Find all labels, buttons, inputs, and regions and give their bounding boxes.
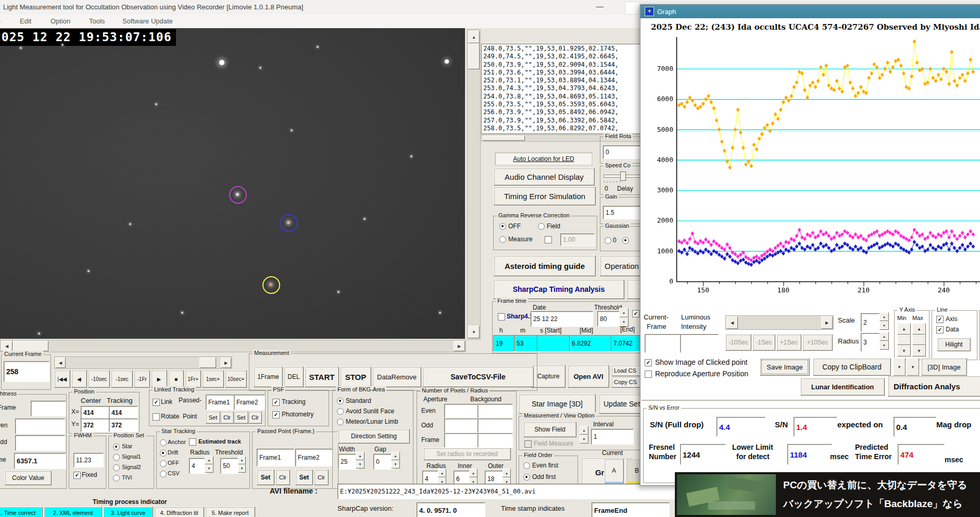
st-threshold-spinner[interactable]: ▲▼	[238, 456, 246, 473]
plus-1sec-button[interactable]: +1Sec	[776, 334, 801, 351]
hscroll-thumb[interactable]	[13, 341, 48, 351]
diffraction-analysis-button[interactable]: Diffraction Analys	[888, 376, 980, 397]
stop-button[interactable]: STOP	[340, 366, 371, 387]
line-axis-checkbox[interactable]	[936, 316, 944, 323]
menu-file[interactable]: File	[0, 17, 1, 25]
frame-scroll-left-icon[interactable]: ◀	[55, 358, 66, 368]
graph-scroll-left-icon[interactable]: ◀	[726, 316, 738, 329]
ymax-up-icon[interactable]: ▲	[912, 323, 926, 335]
playback-plus-10sec-button[interactable]: 10sec+	[225, 370, 247, 388]
lunar-identification-button[interactable]: Lunar Identification	[800, 378, 885, 396]
even-field[interactable]	[15, 418, 65, 434]
minus-1sec-button[interactable]: -1Sec	[752, 334, 775, 351]
y-tracking-field[interactable]: 372	[109, 418, 138, 432]
fwhm-field[interactable]: 11.23	[73, 453, 104, 467]
linked-set2-button[interactable]: Set	[234, 411, 248, 424]
gaussian-on-radio[interactable]	[622, 237, 629, 244]
sharpcap-timing-analysis-button[interactable]: SharpCap Timing Analysis	[493, 279, 624, 299]
del-button[interactable]: DEL	[284, 366, 304, 387]
csv-data-panel[interactable]: 248.0,73.5,"",19,53,01.9295,02.1745,249.…	[481, 44, 648, 134]
hilight-button[interactable]: Hilight	[937, 338, 971, 351]
gamma-off-radio[interactable]	[499, 223, 506, 230]
frame-scroll-right-icon[interactable]: ▶	[221, 358, 231, 368]
playback-plus-1sec-button[interactable]: 1sec+	[202, 370, 224, 388]
posset-star-radio[interactable]	[113, 444, 120, 450]
graph-scrollbar[interactable]: ◀ ▶	[725, 315, 834, 330]
st-radius-spinner[interactable]: ▲▼	[205, 456, 213, 473]
star-image-3d-button[interactable]: Star Image [3D]	[519, 394, 596, 414]
data-remove-button[interactable]: DataRemove	[372, 366, 421, 387]
pp-clr1-button[interactable]: Clr	[275, 470, 290, 485]
pp-clr2-button[interactable]: Clr	[314, 470, 329, 485]
linked-frame2-field[interactable]: Frame2	[234, 395, 265, 410]
even-first-radio[interactable]	[523, 462, 530, 469]
psf-photometry-checkbox[interactable]	[272, 411, 280, 418]
video-frame[interactable]: 2025 12 22 19:53:07:106	[0, 28, 465, 339]
save-to-csv-button[interactable]: SaveToCSV-File	[422, 366, 534, 387]
y-center-field[interactable]: 372	[81, 418, 110, 432]
odd-first-radio[interactable]	[523, 474, 530, 481]
pp-set2-button[interactable]: Set	[295, 470, 313, 485]
bkg-avoid-radio[interactable]	[337, 408, 344, 415]
scroll-down-icon[interactable]: ▼	[468, 326, 480, 338]
step2-button[interactable]: 2. XML element	[44, 507, 102, 517]
menu-option[interactable]: Option	[51, 17, 70, 25]
start-field[interactable]	[537, 335, 571, 352]
pp-set1-button[interactable]: Set	[257, 470, 274, 485]
graph-scroll-right-icon[interactable]: ▶	[821, 316, 833, 329]
audio-channel-display-button[interactable]: Audio Channel Display	[494, 168, 595, 186]
anchor-radio[interactable]	[160, 439, 167, 446]
step1-button[interactable]: 1. Time correct	[0, 507, 43, 517]
fresnel-field[interactable]: 1244	[680, 444, 726, 465]
frame-time-checkbox[interactable]	[632, 310, 639, 317]
bg-frame-field[interactable]	[31, 401, 66, 416]
show-image-checkbox[interactable]	[645, 359, 652, 366]
step3-button[interactable]: 3. Light curve	[103, 507, 153, 517]
fwhm-fixed-checkbox[interactable]	[73, 472, 81, 479]
ymax-track[interactable]	[912, 335, 926, 345]
playback-plus-1frame-button[interactable]: 1Fr+	[185, 370, 201, 388]
ymin-track[interactable]	[897, 335, 911, 345]
playback-minus-1sec-button[interactable]: -1sec	[111, 370, 133, 388]
one-frame-button[interactable]: 1Frame	[254, 366, 283, 387]
estimated-track-checkbox[interactable]	[189, 438, 196, 446]
step5-button[interactable]: 5. Make report	[205, 507, 255, 517]
linked-clr1-button[interactable]: Clr	[220, 411, 234, 424]
x-center-field[interactable]: 414	[81, 406, 110, 420]
mid-field[interactable]: 6.8292	[569, 335, 612, 352]
graph-radius-spinner[interactable]: ▲▼	[880, 332, 889, 350]
copy-to-clipboard-button[interactable]: Copy to ClipBoard	[813, 358, 891, 376]
csv-radio[interactable]	[160, 471, 167, 477]
light-curve-chart[interactable]	[644, 33, 980, 293]
gamma-value-field[interactable]: 1.00	[560, 233, 595, 246]
menu-tools[interactable]: Tools	[89, 17, 105, 25]
3d-image-button[interactable]: [3D] Image	[921, 358, 967, 376]
px-even-bg-field[interactable]	[478, 404, 513, 418]
bkg-meteor-radio[interactable]	[337, 418, 344, 425]
linked-frame1-field[interactable]: Frame1	[206, 395, 237, 410]
csv-scroll-thumb[interactable]	[482, 136, 525, 141]
drift-radio[interactable]	[160, 450, 167, 457]
open-avi-button[interactable]: Open AVI	[568, 365, 609, 388]
odd-field[interactable]	[15, 435, 65, 451]
px-frame-bg-field[interactable]	[478, 433, 513, 448]
minus-10sec-button[interactable]: -10Sec	[725, 334, 751, 351]
linked-clr2-button[interactable]: Clr	[248, 411, 262, 424]
start-button[interactable]: START	[305, 366, 339, 387]
playback-step-back-button[interactable]: ◀	[71, 370, 87, 388]
off-radio[interactable]	[160, 460, 167, 467]
px-even-ap-field[interactable]	[444, 404, 478, 418]
minute-field[interactable]: 53	[514, 335, 538, 352]
current-a-button[interactable]: A	[604, 459, 624, 484]
auto-location-led-button[interactable]: Auto Location for LED	[495, 152, 593, 166]
date-field[interactable]: 25 12 22	[531, 311, 593, 327]
graph-titlebar[interactable]: ✦ Graph	[640, 5, 980, 18]
menu-software-update[interactable]: Software Update	[122, 17, 173, 25]
px-odd-ap-field[interactable]	[444, 418, 478, 433]
timing-error-simulation-button[interactable]: Timing Error Simulation	[494, 187, 596, 205]
playback-minus-10sec-button[interactable]: -10sec	[88, 370, 110, 388]
vscroll-thumb[interactable]	[468, 43, 480, 69]
playback-rewind-start-button[interactable]: |◀◀	[54, 370, 70, 388]
reproduce-checkbox[interactable]	[645, 371, 652, 378]
frame-scroll-thumb[interactable]	[199, 358, 216, 368]
